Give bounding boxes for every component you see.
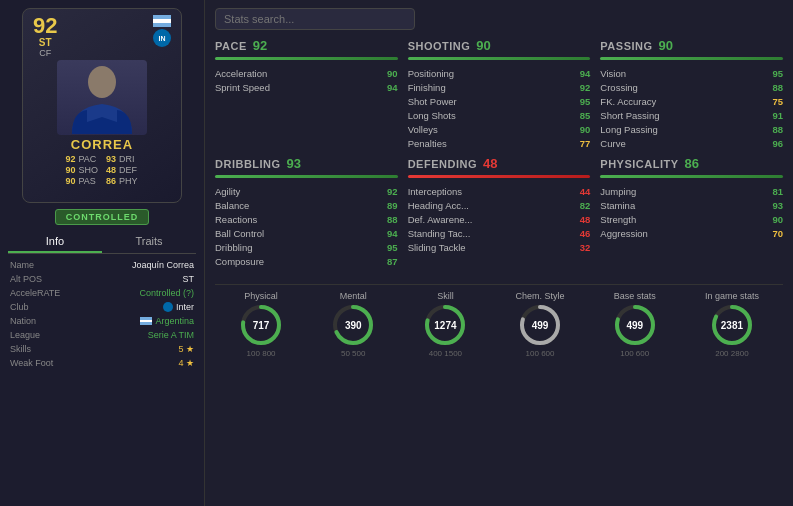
info-weakfoot-row: Weak Foot 4 ★ [8,356,196,370]
defending-category: DEFENDING 48 Interceptions44 Heading Acc… [408,156,591,268]
info-skills-row: Skills 5 ★ [8,342,196,356]
dribbling-category: DRIBBLING 93 Agility92 Balance89 Reactio… [215,156,398,268]
shooting-bar [408,57,591,60]
physicality-bar [600,175,783,178]
passing-bar [600,57,783,60]
svg-point-0 [88,66,116,98]
info-name-row: Name Joaquín Correa [8,258,196,272]
player-card: 92 ST CF IN CORREA 92PAC [22,8,182,203]
gauge-ingame-stats: In game stats 2381 200 2800 [705,291,759,358]
card-position: ST [39,37,52,48]
gauge-chem-style: Chem. Style 499 100 600 [516,291,565,358]
info-club-row: Club Inter [8,300,196,314]
gauge-circle-physical: 717 [239,303,283,347]
gauge-circle-chem: 499 [518,303,562,347]
gauge-base-stats: Base stats 499 100 600 [613,291,657,358]
card-rating: 92 [33,15,57,37]
passing-category: PASSING 90 Vision95 Crossing88 FK. Accur… [600,38,783,150]
inter-mini-logo [163,302,173,312]
player-image [57,60,147,135]
info-traits-tabs: Info Traits [8,231,196,254]
stats-search-input[interactable] [215,8,415,30]
gauge-physical: Physical 717 100 800 [239,291,283,358]
player-info-table: Name Joaquín Correa Alt POS ST AcceleRAT… [8,258,196,370]
card-rating-pos: 92 ST CF [33,15,57,58]
card-stats: 92PAC 93DRI 90SHO 48DEF 90PAS 86PHY [65,154,138,186]
argentina-flag [153,15,171,27]
card-position2: CF [39,48,51,58]
left-panel: 92 ST CF IN CORREA 92PAC [0,0,205,506]
inter-club-logo: IN [153,29,171,47]
bottom-gauges: Physical 717 100 800 Mental 390 50 500 [215,284,783,358]
accelerate-badge: CONTROLLED [55,209,150,225]
arg-mini-flag [140,317,152,325]
stats-grid: PACE 92 Acceleration90 Sprint Speed94 SH… [215,38,783,274]
tab-info[interactable]: Info [8,231,102,253]
player-name: CORREA [71,137,133,152]
gauge-circle-base: 499 [613,303,657,347]
weakfoot-stars: 4 ★ [178,358,194,368]
info-league-row: League Serie A TIM [8,328,196,342]
defending-bar [408,175,591,178]
gauge-skill: Skill 1274 400 1500 [423,291,467,358]
dribbling-bar [215,175,398,178]
info-altpos-row: Alt POS ST [8,272,196,286]
shooting-category: SHOOTING 90 Positioning94 Finishing92 Sh… [408,38,591,150]
physicality-category: PHYSICALITY 86 Jumping81 Stamina93 Stren… [600,156,783,268]
pace-bar [215,57,398,60]
right-panel: PACE 92 Acceleration90 Sprint Speed94 SH… [205,0,793,506]
gauge-mental: Mental 390 50 500 [331,291,375,358]
tab-traits[interactable]: Traits [102,231,196,253]
info-accelrate-row: AcceleRATE Controlled (?) [8,286,196,300]
skills-stars: 5 ★ [178,344,194,354]
gauge-circle-skill: 1274 [423,303,467,347]
gauge-circle-mental: 390 [331,303,375,347]
card-flag-club: IN [153,15,171,47]
pace-category: PACE 92 Acceleration90 Sprint Speed94 [215,38,398,150]
info-nation-row: Nation Argentina [8,314,196,328]
gauge-circle-ingame: 2381 [710,303,754,347]
